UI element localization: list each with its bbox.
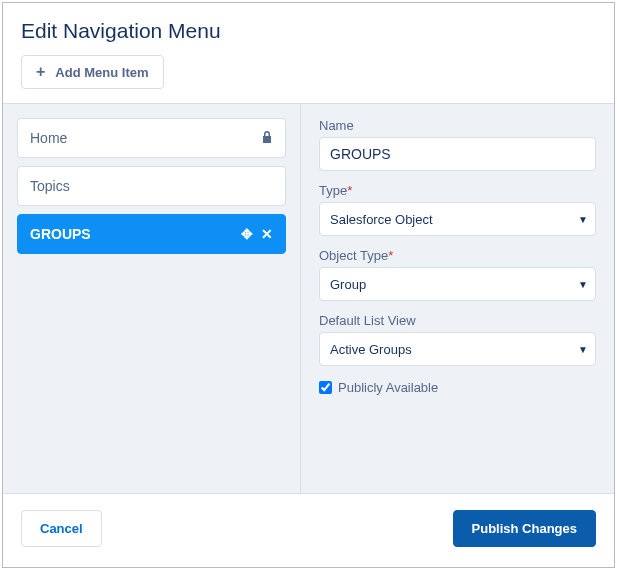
add-menu-item-label: Add Menu Item [55, 65, 148, 80]
menu-items-pane: Home Topics GROUPS ✥ ✕ [3, 104, 301, 493]
plus-icon: + [36, 64, 45, 80]
move-icon[interactable]: ✥ [241, 226, 253, 242]
menu-list: Home Topics GROUPS ✥ ✕ [17, 118, 286, 254]
object-type-group: Object Type* Group ▼ [319, 248, 596, 301]
edit-navigation-dialog: Edit Navigation Menu + Add Menu Item Hom… [2, 2, 615, 568]
menu-item-label: Topics [30, 178, 70, 194]
footer: Cancel Publish Changes [3, 494, 614, 567]
cancel-button[interactable]: Cancel [21, 510, 102, 547]
menu-item-groups[interactable]: GROUPS ✥ ✕ [17, 214, 286, 254]
lock-icon [261, 130, 273, 147]
close-icon[interactable]: ✕ [261, 226, 273, 242]
menu-item-topics[interactable]: Topics [17, 166, 286, 206]
required-marker: * [347, 183, 352, 198]
name-label: Name [319, 118, 596, 133]
type-group: Type* Salesforce Object ▼ [319, 183, 596, 236]
default-list-view-select[interactable]: Active Groups [319, 332, 596, 366]
publicly-available-checkbox[interactable] [319, 381, 332, 394]
dialog-title: Edit Navigation Menu [3, 3, 614, 55]
object-type-select[interactable]: Group [319, 267, 596, 301]
publicly-available-label: Publicly Available [338, 380, 438, 395]
properties-pane: Name Type* Salesforce Object ▼ Object Ty… [301, 104, 614, 493]
publish-button[interactable]: Publish Changes [453, 510, 596, 547]
object-type-label: Object Type* [319, 248, 596, 263]
default-list-view-label: Default List View [319, 313, 596, 328]
name-input[interactable] [319, 137, 596, 171]
menu-item-label: Home [30, 130, 67, 146]
name-group: Name [319, 118, 596, 171]
default-list-view-group: Default List View Active Groups ▼ [319, 313, 596, 366]
type-label: Type* [319, 183, 596, 198]
type-select[interactable]: Salesforce Object [319, 202, 596, 236]
add-menu-item-button[interactable]: + Add Menu Item [21, 55, 164, 89]
required-marker: * [388, 248, 393, 263]
publicly-available-row: Publicly Available [319, 380, 596, 395]
menu-item-home[interactable]: Home [17, 118, 286, 158]
toolbar: + Add Menu Item [3, 55, 614, 103]
menu-item-label: GROUPS [30, 226, 91, 242]
dialog-body: Home Topics GROUPS ✥ ✕ [3, 103, 614, 494]
